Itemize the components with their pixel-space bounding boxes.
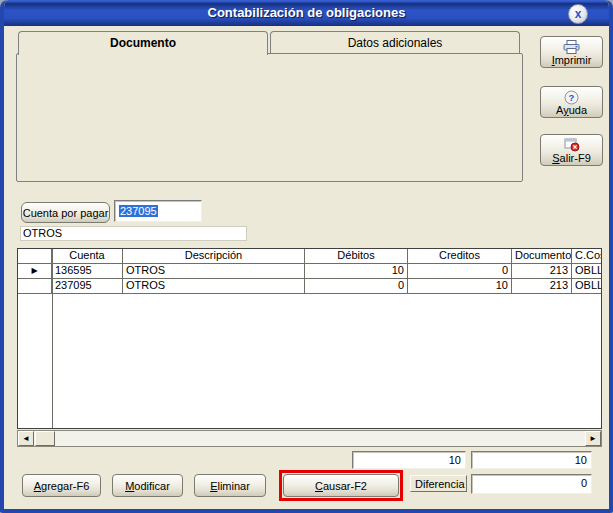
- causar-button[interactable]: Causar-F2: [283, 474, 399, 497]
- cell-documento[interactable]: 213: [512, 264, 572, 278]
- accounts-grid[interactable]: Cuenta Descripción Débitos Creditos Docu…: [17, 248, 602, 429]
- agregar-button[interactable]: Agregar-F6: [22, 474, 101, 497]
- cell-descripcion[interactable]: OTROS: [123, 264, 305, 278]
- ayuda-button[interactable]: ? Ayuda: [540, 86, 603, 118]
- ayuda-label: Ayuda: [541, 104, 602, 117]
- cell-ccos[interactable]: OBLLI: [572, 279, 601, 293]
- cuenta-por-pagar-label: Cuenta por pagar: [23, 207, 109, 219]
- cell-creditos[interactable]: 10: [408, 279, 512, 293]
- total-creditos-field: 10: [471, 451, 592, 469]
- grid-header-cuenta[interactable]: Cuenta: [52, 249, 123, 263]
- scrollbar-thumb[interactable]: [35, 431, 55, 446]
- salir-label: Salir-F9: [541, 152, 602, 165]
- cell-ccos[interactable]: OBLLI: [572, 264, 601, 278]
- table-row[interactable]: ▶ 136595 OTROS 10 0 213 OBLLI: [18, 264, 601, 279]
- cuenta-input[interactable]: 237095: [114, 200, 202, 222]
- close-button[interactable]: x: [568, 4, 588, 24]
- exit-icon: [541, 137, 602, 152]
- cell-documento[interactable]: 213: [512, 279, 572, 293]
- imprimir-button[interactable]: Imprimir: [540, 36, 603, 68]
- grid-header-descripcion[interactable]: Descripción: [123, 249, 305, 263]
- grid-header-row: Cuenta Descripción Débitos Creditos Docu…: [18, 249, 601, 264]
- scroll-left-arrow-icon[interactable]: ◄: [18, 431, 34, 446]
- cuenta-selected-text: 237095: [119, 205, 158, 217]
- grid-header-documento[interactable]: Documento: [512, 249, 572, 263]
- cell-descripcion[interactable]: OTROS: [123, 279, 305, 293]
- grid-body: ▶ 136595 OTROS 10 0 213 OBLLI 237095 OTR…: [18, 264, 601, 294]
- window-title: Contabilización de obligaciones: [208, 5, 406, 20]
- row-marker-icon: ▶: [18, 264, 52, 278]
- close-icon: x: [575, 7, 582, 21]
- dialog-window: Contabilización de obligaciones x Docume…: [0, 0, 613, 513]
- account-name-strip: OTROS: [20, 226, 247, 241]
- svg-text:?: ?: [569, 92, 575, 103]
- help-icon: ?: [541, 89, 602, 104]
- modificar-label: Modificar: [125, 480, 170, 492]
- imprimir-label: Imprimir: [541, 54, 602, 67]
- causar-label: Causar-F2: [315, 480, 367, 492]
- grid-header-creditos[interactable]: Creditos: [408, 249, 512, 263]
- tab-documento[interactable]: Documento: [18, 31, 268, 55]
- documento-panel: [16, 53, 523, 182]
- diferencia-label: Diferencia: [410, 475, 467, 492]
- grid-header-selector: [18, 249, 52, 263]
- eliminar-label: Eliminar: [210, 480, 250, 492]
- salir-button[interactable]: Salir-F9: [540, 134, 603, 166]
- cell-debitos[interactable]: 0: [305, 279, 408, 293]
- tab-datos-adicionales-label: Datos adicionales: [348, 36, 443, 50]
- diferencia-field: 0: [471, 474, 592, 494]
- table-row[interactable]: 237095 OTROS 0 10 213 OBLLI: [18, 279, 601, 294]
- cuenta-por-pagar-button[interactable]: Cuenta por pagar: [21, 202, 110, 223]
- grid-selector-divider: [52, 249, 53, 428]
- printer-icon: [541, 39, 602, 54]
- cell-cuenta[interactable]: 136595: [52, 264, 123, 278]
- cell-cuenta[interactable]: 237095: [52, 279, 123, 293]
- grid-hscrollbar[interactable]: ◄ ►: [17, 430, 602, 447]
- grid-header-ccos[interactable]: C.Cos: [572, 249, 601, 263]
- title-bar[interactable]: Contabilización de obligaciones: [0, 0, 613, 26]
- total-debitos-field: 10: [352, 451, 466, 469]
- agregar-label: Agregar-F6: [34, 480, 90, 492]
- cell-debitos[interactable]: 10: [305, 264, 408, 278]
- tab-documento-label: Documento: [110, 36, 176, 50]
- grid-header-debitos[interactable]: Débitos: [305, 249, 408, 263]
- row-marker-icon: [18, 279, 52, 293]
- modificar-button[interactable]: Modificar: [112, 474, 183, 497]
- cell-creditos[interactable]: 0: [408, 264, 512, 278]
- tab-datos-adicionales[interactable]: Datos adicionales: [270, 31, 520, 54]
- scroll-right-arrow-icon[interactable]: ►: [585, 431, 601, 446]
- eliminar-button[interactable]: Eliminar: [194, 474, 266, 497]
